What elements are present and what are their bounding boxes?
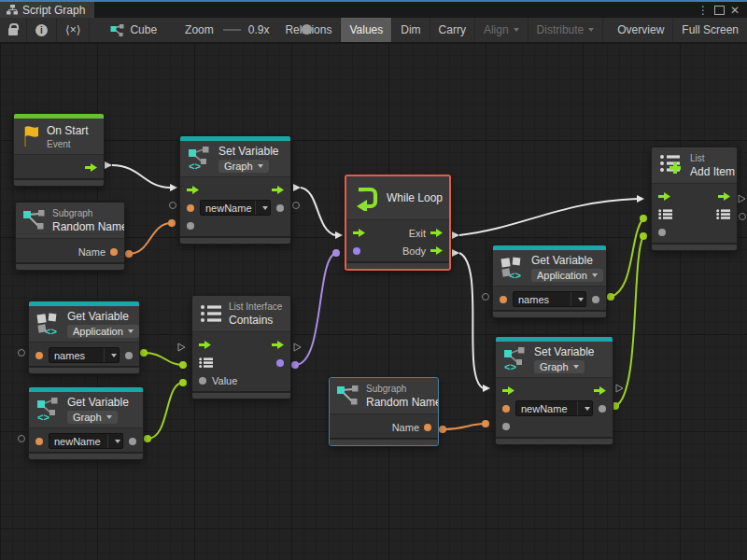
lock-button[interactable]	[0, 18, 27, 42]
node-get-variable-newname[interactable]: <> Get Variable Graph newName	[28, 386, 144, 460]
flow-input-port[interactable]	[502, 386, 514, 395]
wire-flow-while-body-to-setvariable2[interactable]	[459, 253, 483, 388]
window-close-icon[interactable]: ✕	[730, 5, 740, 16]
value-output-port[interactable]	[110, 248, 118, 256]
wire-value-subgraph1-name-to-setvariable1[interactable]	[129, 223, 172, 254]
wire-value-names1-to-contains-list[interactable]	[144, 353, 183, 365]
list-output-port[interactable]	[716, 209, 730, 219]
toolbar-button-overview[interactable]: Overview	[609, 18, 673, 42]
flow-cap[interactable]	[170, 184, 177, 191]
wire-flow-while-exit-to-additem[interactable]	[459, 199, 637, 235]
flow-output-port[interactable]	[85, 163, 97, 172]
condition-input-port[interactable]	[353, 247, 360, 255]
toolbar-button-fullscreen[interactable]: Full Screen	[673, 18, 747, 42]
wire-value-setvariable2-to-additem-item[interactable]	[615, 236, 643, 406]
flow-cap[interactable]	[483, 385, 490, 392]
value-input-port[interactable]	[658, 229, 666, 236]
value-cap[interactable]	[640, 215, 647, 222]
variable-scope-dropdown[interactable]: Graph	[67, 411, 118, 424]
flow-output-port[interactable]	[718, 192, 730, 201]
flow-cap[interactable]	[452, 249, 459, 257]
value-input-port[interactable]	[502, 405, 510, 413]
node-set-variable-2[interactable]: <> Set Variable Graph newName	[495, 336, 613, 445]
value-cap[interactable]	[168, 219, 176, 227]
wire-value-subgraph2-name-to-setvariable2[interactable]	[443, 424, 486, 429]
node-subgraph-random-name-2[interactable]: Subgraph Random Name Name	[329, 377, 439, 446]
variable-name-dropdown[interactable]: names	[513, 291, 586, 307]
value-output-port[interactable]	[276, 204, 284, 212]
empty-value-port[interactable]	[19, 350, 25, 357]
flow-cap[interactable]	[335, 231, 343, 239]
value-input-port[interactable]	[199, 377, 206, 385]
value-input-port[interactable]	[35, 438, 43, 445]
variable-name-dropdown[interactable]: newName	[515, 400, 593, 416]
flow-input-port[interactable]	[658, 192, 670, 201]
toolbar-button-values[interactable]: Values	[341, 18, 392, 42]
empty-value-port[interactable]	[483, 294, 489, 301]
graph-canvas[interactable]: On Start Event <> Set Variable Graph	[0, 43, 747, 560]
variable-name-dropdown[interactable]: newName	[200, 200, 271, 216]
empty-flow-port[interactable]	[616, 385, 623, 392]
flow-output-port[interactable]	[272, 341, 284, 349]
value-output-port[interactable]	[599, 405, 606, 413]
variable-name-dropdown[interactable]: names	[49, 347, 120, 363]
value-cap[interactable]	[439, 426, 446, 433]
flow-input-port[interactable]	[353, 229, 365, 237]
flow-cap[interactable]	[452, 231, 459, 239]
empty-value-port[interactable]	[19, 436, 25, 442]
window-maximize-icon[interactable]	[714, 6, 725, 15]
variable-scope-dropdown[interactable]: Application	[67, 325, 139, 338]
empty-value-port[interactable]	[293, 203, 300, 209]
value-output-port[interactable]	[424, 424, 431, 431]
empty-value-port[interactable]	[170, 203, 176, 209]
value-cap[interactable]	[179, 379, 187, 386]
code-preview-button[interactable]: ⟨×⟩	[57, 18, 90, 42]
value-cap[interactable]	[179, 361, 187, 369]
value-cap[interactable]	[332, 249, 340, 257]
value-cap[interactable]	[640, 232, 647, 240]
flow-output-port[interactable]	[430, 246, 443, 255]
value-input-port[interactable]	[35, 352, 43, 359]
value-output-port[interactable]	[276, 359, 284, 367]
node-on-start[interactable]: On Start Event	[13, 113, 105, 187]
value-output-port[interactable]	[129, 438, 136, 445]
flow-output-port[interactable]	[594, 386, 606, 395]
node-while-loop[interactable]: While Loop Exit Body	[345, 175, 451, 271]
list-input-port[interactable]	[199, 357, 213, 368]
variable-scope-dropdown[interactable]: Graph	[218, 160, 269, 173]
flow-output-port[interactable]	[430, 229, 443, 237]
wire-value-contains-result-to-while-condition[interactable]	[295, 253, 336, 365]
value-input-port[interactable]	[500, 296, 507, 303]
value-cap[interactable]	[291, 361, 299, 369]
inspect-button[interactable]: i	[27, 18, 57, 42]
empty-flow-port[interactable]	[178, 343, 185, 351]
node-get-variable-names-2[interactable]: <> Get Variable Application names	[492, 245, 607, 318]
tab-script-graph[interactable]: Script Graph	[0, 2, 94, 18]
toolbar-button-dim[interactable]: Dim	[392, 18, 430, 42]
value-cap[interactable]	[482, 420, 489, 427]
wire-flow-onstart-to-setvariable1[interactable]	[112, 165, 170, 188]
variable-scope-dropdown[interactable]: Graph	[534, 360, 585, 373]
value-cap[interactable]	[140, 349, 148, 357]
wire-value-newname-to-contains-value[interactable]	[148, 383, 183, 439]
toolbar-button-align[interactable]: Align	[475, 18, 529, 42]
toolbar-button-carry[interactable]: Carry	[430, 18, 475, 42]
value-input-port[interactable]	[187, 222, 194, 230]
value-cap[interactable]	[607, 293, 614, 301]
empty-flow-port[interactable]	[739, 195, 745, 203]
flow-output-port[interactable]	[272, 186, 284, 194]
node-get-variable-names-1[interactable]: <> Get Variable Application names	[28, 301, 140, 374]
flow-cap[interactable]	[105, 161, 112, 169]
variable-scope-dropdown[interactable]: Application	[531, 269, 603, 282]
node-set-variable-1[interactable]: <> Set Variable Graph newName	[179, 135, 291, 245]
zoom-slider-handle[interactable]	[302, 24, 312, 35]
window-menu-icon[interactable]: ⋮	[698, 5, 709, 16]
node-list-contains[interactable]: List Interface Contains Value	[191, 295, 291, 399]
value-input-port[interactable]	[502, 423, 510, 430]
value-output-port[interactable]	[125, 352, 133, 359]
node-subgraph-random-name-1[interactable]: Subgraph Random Name Name	[15, 202, 125, 271]
flow-cap[interactable]	[293, 184, 301, 191]
zoom-slider[interactable]	[223, 29, 241, 31]
flow-input-port[interactable]	[199, 341, 211, 349]
wire-flow-setvariable1-to-whileloop[interactable]	[301, 188, 335, 235]
